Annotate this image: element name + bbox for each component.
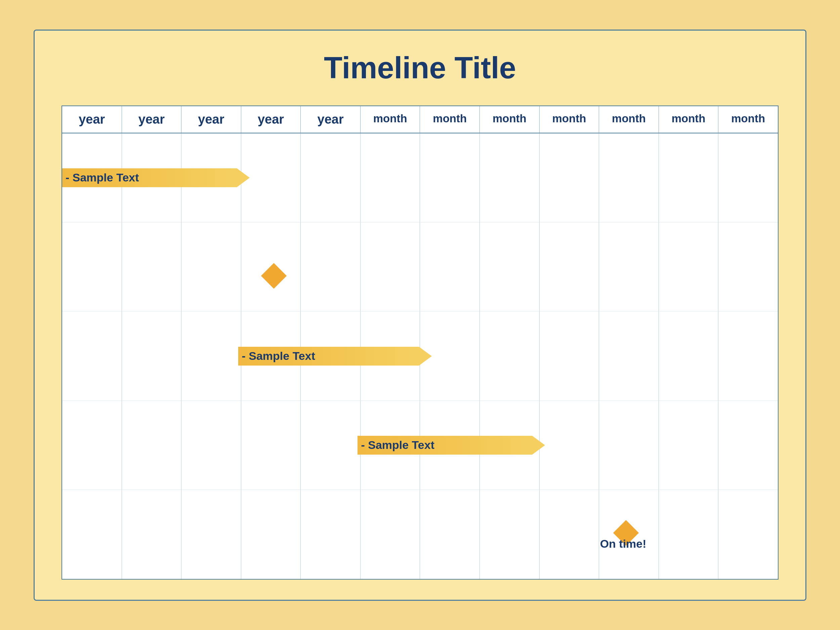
gantt-chart: year year year year year month month mon… <box>62 106 778 579</box>
header-col-4: year <box>241 106 301 133</box>
arrow-label-3: - Sample Text <box>361 439 434 452</box>
gantt-row-1: - Sample Text <box>62 133 778 223</box>
header-col-7: month <box>420 106 480 133</box>
slide: Timeline Title year year year year year … <box>33 30 807 601</box>
gantt-body: - Sample Text - Sample Text <box>62 133 778 579</box>
arrow-bar-2: - Sample Text <box>238 347 432 366</box>
diamond-label-2: On time! <box>600 537 646 550</box>
diamond-1 <box>261 263 287 289</box>
header-col-3: year <box>182 106 241 133</box>
arrow-bar-1: - Sample Text <box>62 168 249 187</box>
gantt-row-4: - Sample Text <box>62 401 778 490</box>
header-col-11: month <box>659 106 719 133</box>
gantt-header: year year year year year month month mon… <box>62 106 778 133</box>
gantt-row-5: On time! <box>62 490 778 579</box>
header-col-5: year <box>301 106 360 133</box>
header-col-8: month <box>480 106 540 133</box>
arrow-body-2: - Sample Text <box>238 347 419 366</box>
arrow-body-1: - Sample Text <box>62 168 237 187</box>
gantt-row-2 <box>62 223 778 311</box>
gantt-row-3: - Sample Text <box>62 311 778 401</box>
arrow-head-1 <box>237 168 249 187</box>
arrow-head-3 <box>532 436 545 455</box>
header-col-2: year <box>122 106 182 133</box>
arrow-label-1: - Sample Text <box>66 171 139 184</box>
arrow-body-3: - Sample Text <box>357 436 532 455</box>
header-col-10: month <box>599 106 659 133</box>
header-col-6: month <box>360 106 420 133</box>
page-title: Timeline Title <box>324 51 516 85</box>
arrow-bar-3: - Sample Text <box>357 436 545 455</box>
arrow-label-2: - Sample Text <box>242 349 315 363</box>
arrow-head-2 <box>419 347 432 366</box>
header-col-9: month <box>540 106 599 133</box>
header-col-12: month <box>718 106 778 133</box>
gantt-rows: - Sample Text - Sample Text <box>62 133 778 579</box>
header-col-1: year <box>62 106 122 133</box>
